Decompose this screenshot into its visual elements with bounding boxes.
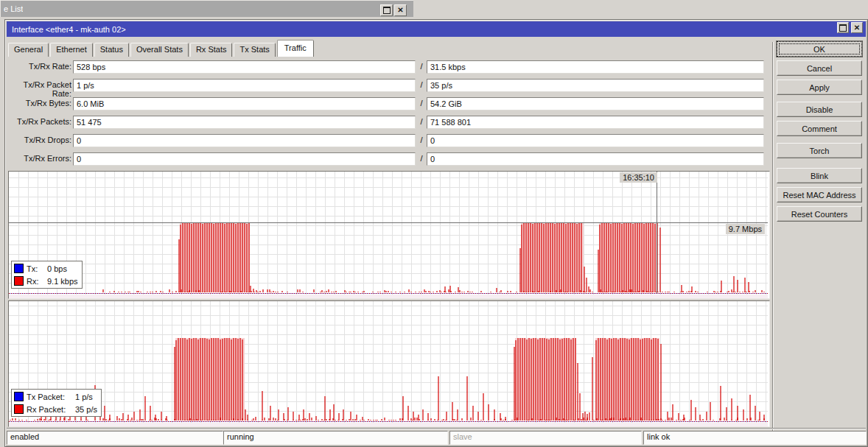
tx-errors-field[interactable] xyxy=(73,152,416,166)
legend-name: Tx Packet: xyxy=(27,393,72,401)
legend-value: 35 p/s xyxy=(75,405,97,414)
dialog-maximize-button[interactable] xyxy=(837,22,849,33)
rate-graph-canvas xyxy=(9,172,768,298)
tab-traffic[interactable]: Traffic xyxy=(277,40,314,57)
rate-graph-legend: Tx: 0 bps Rx: 9.1 kbps xyxy=(11,261,83,289)
comment-button[interactable]: Comment xyxy=(777,121,862,136)
tx-packets-field[interactable] xyxy=(73,116,416,129)
status-running: running xyxy=(223,431,448,445)
tab-general[interactable]: General xyxy=(8,43,49,57)
background-maximize-button[interactable] xyxy=(380,4,393,16)
stat-label: Tx/Rx Bytes: xyxy=(7,99,71,108)
background-window-title: e List xyxy=(1,4,23,13)
rx-drops-field[interactable] xyxy=(427,134,764,147)
legend-value: 1 p/s xyxy=(75,393,93,401)
status-enabled: enabled xyxy=(7,431,223,445)
tab-tx-stats[interactable]: Tx Stats xyxy=(234,43,275,57)
legend-name: Rx: xyxy=(27,277,44,286)
status-link: link ok xyxy=(643,431,867,445)
stat-label: Tx/Rx Packets: xyxy=(7,117,71,126)
status-slave: slave xyxy=(449,431,642,445)
tx-color-swatch xyxy=(14,392,24,401)
legend-row-tx: Tx: 0 bps xyxy=(14,263,78,274)
dialog-close-button[interactable]: ✕ xyxy=(851,22,863,33)
time-marker-label: 16:35:10 xyxy=(620,172,657,183)
reset-counters-button[interactable]: Reset Counters xyxy=(777,206,862,222)
apply-button[interactable]: Apply xyxy=(777,80,862,95)
ok-button[interactable]: OK xyxy=(777,41,862,57)
scale-max-label: 9.7 Mbps xyxy=(726,224,765,234)
blink-button[interactable]: Blink xyxy=(777,168,862,183)
rx-packets-field[interactable] xyxy=(427,116,764,129)
tx-color-swatch xyxy=(14,264,24,273)
legend-name: Tx: xyxy=(27,264,44,273)
disable-button[interactable]: Disable xyxy=(777,102,862,117)
tx-drops-field[interactable] xyxy=(73,134,416,147)
statusbar-divider xyxy=(7,428,866,429)
tab-ethernet[interactable]: Ethernet xyxy=(50,43,93,57)
legend-value: 9.1 kbps xyxy=(47,277,78,286)
legend-row-tx-packet: Tx Packet: 1 p/s xyxy=(14,391,97,402)
background-window-titlebar[interactable]: e List xyxy=(0,0,413,17)
packet-graph-legend: Tx Packet: 1 p/s Rx Packet: 35 p/s xyxy=(11,389,102,417)
field-separator: / xyxy=(418,154,425,163)
field-separator: / xyxy=(418,62,425,71)
torch-button[interactable]: Torch xyxy=(777,143,862,158)
dialog-window-controls: ✕ xyxy=(837,22,863,33)
dialog-titlebar[interactable]: Interface <ether4 - mk-auth 02> xyxy=(7,21,866,37)
reset-mac-address-button[interactable]: Reset MAC Address xyxy=(777,187,862,203)
dialog-title: Interface <ether4 - mk-auth 02> xyxy=(7,25,126,34)
tx-rate-field[interactable] xyxy=(73,60,416,74)
maximize-icon xyxy=(383,7,391,14)
rx-packet-rate-field[interactable] xyxy=(427,79,764,92)
close-icon: ✕ xyxy=(854,24,860,32)
legend-value: 0 bps xyxy=(47,264,67,273)
stat-label: Tx/Rx Packet Rate: xyxy=(7,80,71,98)
field-separator: / xyxy=(418,135,425,144)
tab-bar: General Ethernet Status Overall Stats Rx… xyxy=(8,39,314,57)
cancel-button[interactable]: Cancel xyxy=(777,60,862,76)
traffic-packet-graph: Tx Packet: 1 p/s Rx Packet: 35 p/s xyxy=(8,300,770,427)
field-separator: / xyxy=(418,117,425,126)
legend-row-rx-packet: Rx Packet: 35 p/s xyxy=(14,404,97,415)
background-window-controls: ✕ xyxy=(380,4,407,16)
tab-rx-stats[interactable]: Rx Stats xyxy=(190,43,233,57)
rx-bytes-field[interactable] xyxy=(427,97,764,110)
rx-rate-field[interactable] xyxy=(427,60,764,74)
content-divider xyxy=(772,42,774,444)
field-separator: / xyxy=(418,99,425,108)
legend-row-rx: Rx: 9.1 kbps xyxy=(14,275,78,286)
tx-packet-rate-field[interactable] xyxy=(73,79,416,92)
tx-bytes-field[interactable] xyxy=(73,97,416,110)
rx-color-swatch xyxy=(14,276,24,286)
packet-graph-canvas xyxy=(9,301,768,426)
close-icon: ✕ xyxy=(397,7,403,14)
tab-status[interactable]: Status xyxy=(94,43,129,57)
stat-label: Tx/Rx Drops: xyxy=(7,135,71,144)
tab-overall-stats[interactable]: Overall Stats xyxy=(130,43,189,57)
traffic-rate-graph: 16:35:10 9.7 Mbps Tx: 0 bps Rx: 9.1 kbps xyxy=(8,171,770,299)
winbox-desktop: { "background_window": { "title": "e Lis… xyxy=(0,0,868,447)
stat-label: Tx/Rx Errors: xyxy=(7,154,71,163)
rx-color-swatch xyxy=(14,404,24,414)
rx-errors-field[interactable] xyxy=(427,152,764,166)
field-separator: / xyxy=(418,80,425,89)
stat-label: Tx/Rx Rate: xyxy=(7,62,71,71)
maximize-icon xyxy=(839,24,847,32)
interface-dialog: Interface <ether4 - mk-auth 02> ✕ Genera… xyxy=(4,19,868,447)
background-close-button[interactable]: ✕ xyxy=(394,4,407,16)
legend-name: Rx Packet: xyxy=(27,405,72,414)
